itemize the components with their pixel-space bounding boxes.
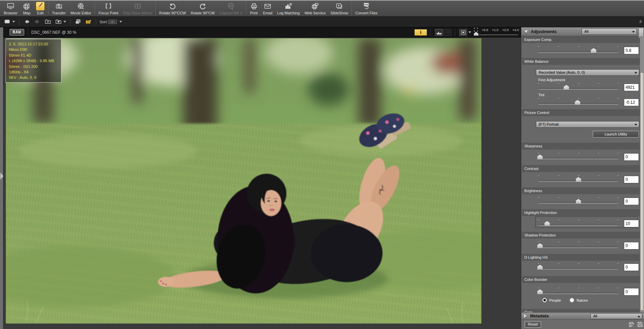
- adjustments-header[interactable]: Adjustments All: [521, 27, 644, 36]
- slider-thumb[interactable]: [537, 243, 543, 248]
- radio-nature[interactable]: Nature: [570, 298, 588, 302]
- slider-track[interactable]: [538, 51, 618, 53]
- focus-point-button[interactable]: Focus Point: [96, 1, 121, 16]
- movie-editor-button[interactable]: Movie Editor: [68, 1, 94, 16]
- sort-dropdown-arrow[interactable]: [119, 21, 122, 23]
- slider-thumb[interactable]: [544, 221, 550, 226]
- d-lighting-slider[interactable]: [538, 262, 618, 271]
- compare-button[interactable]: [73, 18, 83, 26]
- forward-arrow-icon: [34, 18, 41, 25]
- play-icon: [133, 2, 142, 11]
- sort-abc-badge: ABC: [108, 20, 117, 24]
- slideshow-button[interactable]: SlideShow: [328, 1, 350, 16]
- slider-thumb[interactable]: [537, 265, 543, 270]
- adjustments-filter-dropdown[interactable]: All: [582, 28, 637, 35]
- info-line-camera: Nikon D90: [9, 47, 61, 52]
- info-overlay-toggle-button[interactable]: i: [414, 29, 427, 36]
- histogram-button[interactable]: [435, 29, 443, 36]
- highlight-protection-value[interactable]: 10: [624, 220, 639, 227]
- slider-track[interactable]: [538, 268, 618, 269]
- zoom-slider-track[interactable]: [475, 34, 518, 35]
- rotate-cw-button[interactable]: Rotate 90°CW: [188, 1, 217, 16]
- slider-thumb[interactable]: [576, 177, 581, 182]
- sort-label: Sort: [100, 20, 107, 24]
- open-in-explorer-button[interactable]: [43, 18, 53, 26]
- slider-track[interactable]: [538, 88, 618, 89]
- view-mode-button[interactable]: [3, 18, 16, 26]
- browser-button[interactable]: Browser: [1, 1, 20, 16]
- rotate-ccw-button[interactable]: Rotate 90°CCW: [157, 1, 188, 16]
- convert-files-button[interactable]: TYPE Convert Files: [353, 1, 380, 16]
- slider-thumb[interactable]: [564, 85, 569, 90]
- contrast-value[interactable]: 0: [624, 176, 639, 183]
- fit-screen-button[interactable]: [459, 29, 467, 36]
- exposure-comp-value[interactable]: 0.8: [624, 47, 639, 54]
- back-button[interactable]: [22, 18, 31, 26]
- radio-people[interactable]: People: [542, 298, 561, 302]
- slider-thumb[interactable]: [591, 48, 596, 53]
- save-file-icon[interactable]: [637, 321, 643, 328]
- slider-thumb[interactable]: [537, 289, 543, 294]
- sort-button[interactable]: Sort ABC: [98, 19, 123, 25]
- picture-control-dropdown[interactable]: [PT] Portrait: [536, 121, 639, 128]
- expand-left-palette-arrow[interactable]: [0, 172, 3, 180]
- brightness-value[interactable]: 0: [624, 198, 639, 205]
- email-button[interactable]: Email: [261, 1, 275, 16]
- color-booster-value[interactable]: 0: [624, 288, 639, 296]
- contrast-slider[interactable]: [538, 175, 618, 184]
- printer-icon: [250, 2, 258, 11]
- panel-scrollbar-thumb[interactable]: [640, 72, 644, 311]
- color-booster-slider[interactable]: [538, 287, 618, 296]
- brightness-slider[interactable]: [538, 197, 618, 205]
- radio-nature-dot[interactable]: [570, 298, 574, 302]
- fine-adjustment-value[interactable]: 4921: [624, 84, 639, 91]
- favorite-folder-button[interactable]: [54, 18, 68, 26]
- photo-canvas: [6, 38, 481, 324]
- slider-thumb[interactable]: [576, 199, 581, 204]
- zoom-slider-thumb[interactable]: [474, 32, 478, 36]
- exposure-comp-slider[interactable]: [538, 46, 618, 55]
- radio-people-dot[interactable]: [542, 298, 547, 302]
- zoom-fit-icon[interactable]: [474, 28, 478, 32]
- fine-adjustment-slider[interactable]: [538, 83, 618, 91]
- metadata-header[interactable]: Metadata All: [521, 312, 644, 320]
- sharpness-slider[interactable]: [538, 152, 618, 161]
- tint-value[interactable]: -0.12: [624, 99, 639, 106]
- highlight-protection-slider[interactable]: [538, 219, 618, 228]
- print-button[interactable]: Print: [247, 1, 261, 16]
- shadow-protection-strip: Shadow Protection: [522, 232, 640, 239]
- white-balance-dropdown[interactable]: Recorded Value (Auto, 0, 0): [536, 69, 639, 76]
- d-lighting-value[interactable]: 0: [624, 263, 639, 271]
- transfer-button[interactable]: Transfer: [49, 1, 68, 16]
- metadata-filter-dropdown[interactable]: All: [590, 313, 642, 319]
- map-button[interactable]: Map: [20, 1, 33, 16]
- shadow-protection-slider[interactable]: [538, 241, 618, 250]
- collapse-triangle-icon[interactable]: [524, 30, 528, 33]
- zoom-label-40[interactable]: ×4.0: [512, 28, 519, 32]
- fit-screen-dropdown-arrow[interactable]: [468, 31, 471, 33]
- expand-triangle-icon[interactable]: [524, 314, 527, 318]
- edit-button[interactable]: Edit: [33, 1, 47, 16]
- slider-thumb[interactable]: [537, 155, 543, 159]
- view-mode-dropdown-arrow[interactable]: [12, 21, 15, 23]
- reset-button[interactable]: Reset: [525, 321, 541, 328]
- web-service-button[interactable]: Web Service: [302, 1, 328, 16]
- slider-thumb[interactable]: [575, 100, 580, 105]
- slider-track[interactable]: [538, 224, 618, 226]
- slider-track[interactable]: [538, 158, 618, 159]
- zoom-label-20[interactable]: ×2.0: [502, 28, 509, 32]
- launch-utility-button[interactable]: Launch Utility: [593, 131, 639, 138]
- slider-track[interactable]: [538, 292, 618, 294]
- favorite-folder-dropdown-arrow[interactable]: [63, 21, 66, 23]
- zoom-label-10[interactable]: ×1.0: [492, 28, 498, 32]
- focus-brackets-icon: [104, 2, 113, 11]
- slider-track[interactable]: [538, 246, 618, 248]
- log-matching-button[interactable]: Log Matching: [275, 1, 302, 16]
- tint-slider[interactable]: [538, 98, 618, 106]
- sharpness-value[interactable]: 0: [624, 153, 639, 161]
- save-adjustments-icon[interactable]: [628, 321, 635, 328]
- shadow-protection-value[interactable]: 0: [624, 242, 639, 249]
- panel-scrollbar[interactable]: [640, 36, 644, 312]
- camera-settings-button[interactable]: [84, 18, 93, 26]
- zoom-label-05[interactable]: ×0.5: [482, 28, 488, 32]
